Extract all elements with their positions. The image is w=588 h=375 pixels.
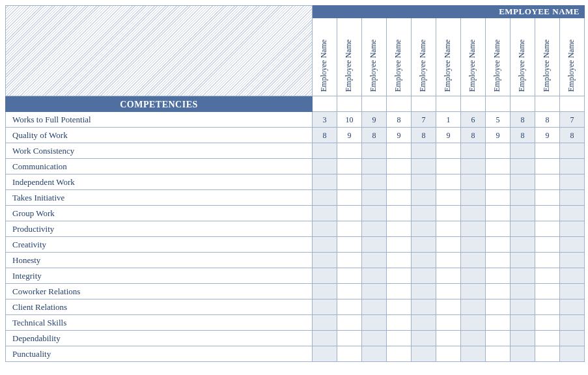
score-cell[interactable] [461, 143, 486, 159]
score-cell[interactable] [535, 159, 560, 174]
score-cell[interactable]: 9 [337, 128, 362, 143]
score-cell[interactable]: 8 [387, 112, 412, 128]
score-cell[interactable] [387, 206, 412, 221]
score-cell[interactable]: 1 [436, 112, 461, 128]
score-cell[interactable] [313, 284, 337, 299]
score-cell[interactable] [436, 346, 461, 362]
score-cell[interactable] [412, 284, 436, 299]
score-cell[interactable] [436, 237, 461, 253]
score-cell[interactable] [337, 253, 362, 268]
score-cell[interactable] [337, 315, 362, 331]
score-cell[interactable] [436, 268, 461, 284]
score-cell[interactable] [412, 206, 436, 221]
score-cell[interactable] [486, 237, 511, 253]
score-cell[interactable] [486, 206, 511, 221]
score-cell[interactable]: 6 [461, 112, 486, 128]
score-cell[interactable] [337, 299, 362, 315]
score-cell[interactable] [337, 346, 362, 362]
score-cell[interactable] [511, 346, 535, 362]
score-cell[interactable] [412, 221, 436, 237]
score-cell[interactable] [461, 331, 486, 346]
score-cell[interactable] [412, 159, 436, 174]
score-cell[interactable]: 8 [511, 112, 535, 128]
score-cell[interactable] [461, 346, 486, 362]
score-cell[interactable] [461, 206, 486, 221]
score-cell[interactable] [461, 268, 486, 284]
score-cell[interactable] [313, 159, 337, 174]
score-cell[interactable] [461, 190, 486, 206]
score-cell[interactable] [387, 174, 412, 190]
score-cell[interactable] [535, 346, 560, 362]
score-cell[interactable] [461, 284, 486, 299]
score-cell[interactable] [511, 284, 535, 299]
score-cell[interactable]: 8 [511, 128, 535, 143]
score-cell[interactable] [313, 174, 337, 190]
score-cell[interactable]: 8 [362, 128, 387, 143]
score-cell[interactable] [337, 190, 362, 206]
score-cell[interactable]: 7 [412, 112, 436, 128]
score-cell[interactable] [535, 237, 560, 253]
score-cell[interactable] [560, 284, 585, 299]
score-cell[interactable] [486, 299, 511, 315]
score-cell[interactable] [461, 159, 486, 174]
score-cell[interactable] [535, 284, 560, 299]
score-cell[interactable] [486, 315, 511, 331]
score-cell[interactable] [560, 346, 585, 362]
score-cell[interactable] [387, 315, 412, 331]
score-cell[interactable] [362, 237, 387, 253]
score-cell[interactable] [362, 206, 387, 221]
score-cell[interactable] [560, 221, 585, 237]
score-cell[interactable] [560, 315, 585, 331]
score-cell[interactable] [313, 315, 337, 331]
score-cell[interactable] [461, 221, 486, 237]
score-cell[interactable] [486, 174, 511, 190]
score-cell[interactable] [436, 159, 461, 174]
score-cell[interactable] [362, 143, 387, 159]
score-cell[interactable] [511, 221, 535, 237]
score-cell[interactable] [560, 237, 585, 253]
score-cell[interactable] [535, 299, 560, 315]
score-cell[interactable] [387, 253, 412, 268]
score-cell[interactable] [313, 299, 337, 315]
score-cell[interactable] [535, 206, 560, 221]
score-cell[interactable] [436, 253, 461, 268]
score-cell[interactable] [436, 331, 461, 346]
score-cell[interactable] [560, 268, 585, 284]
score-cell[interactable] [362, 190, 387, 206]
score-cell[interactable] [511, 159, 535, 174]
score-cell[interactable]: 9 [436, 128, 461, 143]
score-cell[interactable] [436, 299, 461, 315]
score-cell[interactable] [436, 143, 461, 159]
score-cell[interactable] [535, 253, 560, 268]
score-cell[interactable] [436, 284, 461, 299]
score-cell[interactable] [387, 143, 412, 159]
score-cell[interactable]: 5 [486, 112, 511, 128]
score-cell[interactable] [387, 221, 412, 237]
score-cell[interactable] [535, 190, 560, 206]
score-cell[interactable] [337, 143, 362, 159]
score-cell[interactable] [535, 221, 560, 237]
score-cell[interactable] [362, 299, 387, 315]
score-cell[interactable] [560, 253, 585, 268]
score-cell[interactable] [486, 190, 511, 206]
score-cell[interactable] [412, 174, 436, 190]
score-cell[interactable] [362, 221, 387, 237]
score-cell[interactable] [313, 237, 337, 253]
score-cell[interactable]: 8 [412, 128, 436, 143]
score-cell[interactable]: 7 [560, 112, 585, 128]
score-cell[interactable] [535, 174, 560, 190]
score-cell[interactable] [337, 174, 362, 190]
score-cell[interactable] [337, 221, 362, 237]
score-cell[interactable]: 8 [313, 128, 337, 143]
score-cell[interactable] [511, 268, 535, 284]
score-cell[interactable] [436, 206, 461, 221]
score-cell[interactable] [511, 190, 535, 206]
score-cell[interactable] [412, 143, 436, 159]
score-cell[interactable] [511, 253, 535, 268]
score-cell[interactable] [337, 284, 362, 299]
score-cell[interactable] [560, 174, 585, 190]
score-cell[interactable] [461, 253, 486, 268]
score-cell[interactable] [313, 331, 337, 346]
score-cell[interactable] [436, 174, 461, 190]
score-cell[interactable] [313, 190, 337, 206]
